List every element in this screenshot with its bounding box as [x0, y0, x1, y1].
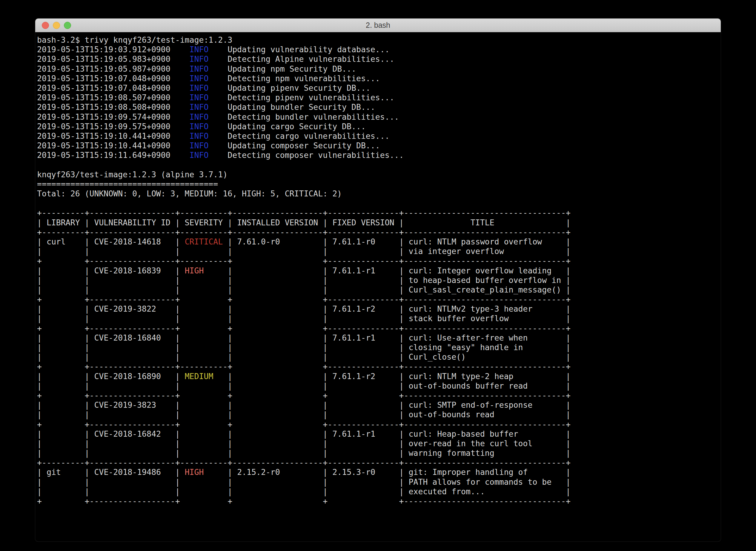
terminal-line: | | CVE-2019-3822 | | | 7.61.1-r2 | curl… [37, 304, 718, 314]
terminal-line: 2019-05-13T15:19:10.441+0900 INFO Detect… [37, 131, 718, 141]
zoom-button[interactable] [64, 22, 71, 29]
terminal-line: 2019-05-13T15:19:07.048+0900 INFO Detect… [37, 74, 718, 83]
window-title: 2. bash [366, 21, 390, 30]
terminal-line: bash-3.2$ trivy knqyf263/test-image:1.2.… [37, 35, 718, 45]
terminal-line: | | | | | | warning formatting | [37, 448, 718, 458]
terminal-line: | | CVE-2018-16890 | MEDIUM | | 7.61.1-r… [37, 372, 718, 381]
terminal-line: | | | | | | Curl_sasl_create_plain_messa… [37, 285, 718, 295]
terminal-line: ====================================== [37, 179, 718, 189]
terminal-line: | | | | | | executed from... | [37, 487, 718, 496]
terminal-line: 2019-05-13T15:19:08.508+0900 INFO Updati… [37, 102, 718, 112]
terminal-line: + +------------------+----------+ +-----… [37, 362, 718, 371]
terminal-line: | | CVE-2018-16839 | HIGH | | 7.61.1-r1 … [37, 266, 718, 276]
terminal-line: | | | | | | stack buffer overflow | [37, 314, 718, 323]
terminal-line: + +------------------+ + + +------------… [37, 496, 718, 506]
log-level-badge: INFO [190, 141, 209, 150]
terminal-line: +---------+------------------+----------… [37, 458, 718, 467]
log-level-badge: INFO [190, 150, 209, 160]
log-level-badge: INFO [190, 112, 209, 121]
terminal-line: knqyf263/test-image:1.2.3 (alpine 3.7.1) [37, 170, 718, 179]
log-level-badge: INFO [190, 102, 209, 112]
terminal-screen: bash-3.2$ trivy knqyf263/test-image:1.2.… [35, 32, 721, 506]
terminal-line: | | CVE-2019-3823 | | | | curl: SMTP end… [37, 400, 718, 410]
terminal-line: | | | | | | out-of-bounds buffer read | [37, 381, 718, 391]
terminal-line: +---------+------------------+----------… [37, 208, 718, 217]
terminal-line: 2019-05-13T15:19:09.574+0900 INFO Detect… [37, 112, 718, 122]
terminal-line: 2019-05-13T15:19:11.649+0900 INFO Detect… [37, 150, 718, 160]
terminal-line: + +------------------+ + +--------------… [37, 420, 718, 429]
window-titlebar[interactable]: 2. bash [35, 18, 721, 32]
severity-cell: HIGH [180, 467, 228, 477]
terminal-line: | curl | CVE-2018-14618 | CRITICAL | 7.6… [37, 237, 718, 246]
terminal-line: | | | | | | Curl_close() | [37, 352, 718, 362]
terminal-line [37, 160, 718, 169]
terminal-line [37, 198, 718, 208]
terminal-line: + +------------------+----------+ +-----… [37, 256, 718, 265]
traffic-lights [42, 22, 71, 29]
terminal-line: 2019-05-13T15:19:07.048+0900 INFO Updati… [37, 83, 718, 93]
terminal-line: + +------------------+ + + +------------… [37, 391, 718, 400]
log-level-badge: INFO [190, 93, 209, 102]
log-level-badge: INFO [190, 83, 209, 92]
terminal-line: 2019-05-13T15:19:08.507+0900 INFO Detect… [37, 93, 718, 102]
log-level-badge: INFO [190, 131, 209, 141]
close-button[interactable] [42, 22, 49, 29]
log-level-badge: INFO [190, 74, 209, 83]
terminal-line: Total: 26 (UNKNOWN: 0, LOW: 3, MEDIUM: 1… [37, 189, 718, 198]
terminal-line: | | CVE-2018-16842 | | | 7.61.1-r1 | cur… [37, 429, 718, 439]
terminal-line: | | | | | | over-read in the curl tool | [37, 439, 718, 448]
terminal-line: 2019-05-13T15:19:03.912+0900 INFO Updati… [37, 45, 718, 54]
terminal-line: +---------+------------------+----------… [37, 227, 718, 237]
terminal-line: 2019-05-13T15:19:05.983+0900 INFO Detect… [37, 54, 718, 64]
terminal-line: | | | | | | PATH allows for commands to … [37, 477, 718, 487]
terminal-line: 2019-05-13T15:19:10.441+0900 INFO Updati… [37, 141, 718, 150]
log-level-badge: INFO [190, 64, 209, 73]
terminal-line: | | CVE-2018-16840 | | | 7.61.1-r1 | cur… [37, 333, 718, 343]
severity-cell: MEDIUM [180, 372, 228, 381]
minimize-button[interactable] [53, 22, 60, 29]
terminal-line: 2019-05-13T15:19:05.987+0900 INFO Updati… [37, 64, 718, 74]
terminal-line: 2019-05-13T15:19:09.575+0900 INFO Updati… [37, 122, 718, 131]
terminal-line: + +------------------+ + +--------------… [37, 324, 718, 333]
terminal-line: | git | CVE-2018-19486 | HIGH | 2.15.2-r… [37, 467, 718, 477]
terminal-body[interactable]: bash-3.2$ trivy knqyf263/test-image:1.2.… [35, 32, 721, 541]
terminal-line: | | | | | | closing "easy" handle in | [37, 343, 718, 352]
log-level-badge: INFO [190, 122, 209, 131]
terminal-line: | | | | | | out-of-bounds read | [37, 410, 718, 419]
terminal-line: + +------------------+ + +--------------… [37, 295, 718, 304]
severity-cell: CRITICAL [180, 237, 228, 246]
log-level-badge: INFO [190, 54, 209, 64]
log-level-badge: INFO [190, 45, 209, 54]
terminal-line: | | | | | | to heap-based buffer overflo… [37, 276, 718, 285]
terminal-line: | LIBRARY | VULNERABILITY ID | SEVERITY … [37, 218, 718, 227]
severity-cell: HIGH [180, 266, 228, 275]
terminal-line: | | | | | | via integer overflow | [37, 246, 718, 256]
terminal-window: 2. bash bash-3.2$ trivy knqyf263/test-im… [35, 18, 721, 541]
